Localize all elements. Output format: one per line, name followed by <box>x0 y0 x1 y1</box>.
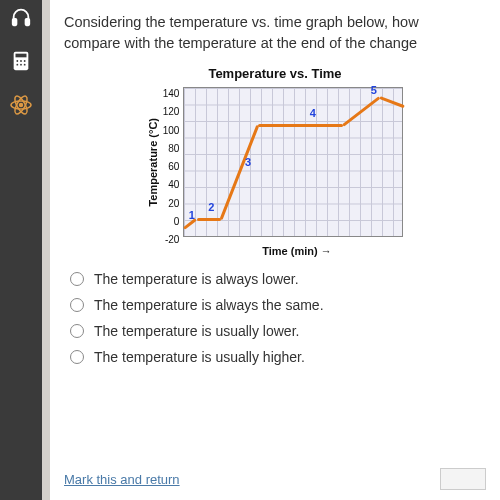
svg-point-9 <box>24 64 26 66</box>
options-group: The temperature is always lower. The tem… <box>70 271 486 365</box>
radio-icon[interactable] <box>70 298 84 312</box>
radio-icon[interactable] <box>70 272 84 286</box>
ylabel-box: Temperature (°C) <box>147 118 159 207</box>
sidebar <box>0 0 42 500</box>
y-ticks: 140 120 100 80 60 40 20 0 -20 <box>163 87 180 237</box>
svg-point-4 <box>16 60 18 62</box>
option-a[interactable]: The temperature is always lower. <box>70 271 486 287</box>
svg-point-13 <box>20 104 23 107</box>
option-d[interactable]: The temperature is usually higher. <box>70 349 486 365</box>
svg-point-8 <box>20 64 22 66</box>
option-c[interactable]: The temperature is usually lower. <box>70 323 486 339</box>
question-line1: Considering the temperature vs. time gra… <box>64 14 419 30</box>
point-label-2: 2 <box>208 201 214 213</box>
radio-icon[interactable] <box>70 350 84 364</box>
question-text: Considering the temperature vs. time gra… <box>64 12 486 54</box>
option-label: The temperature is usually lower. <box>94 323 299 339</box>
option-label: The temperature is usually higher. <box>94 349 305 365</box>
svg-point-5 <box>20 60 22 62</box>
plot-area: 12345 <box>183 87 403 237</box>
option-b[interactable]: The temperature is always the same. <box>70 297 486 313</box>
heating-curve-segment <box>342 96 380 127</box>
radio-icon[interactable] <box>70 324 84 338</box>
calculator-icon[interactable] <box>8 48 34 74</box>
chart-area: Temperature (°C) 140 120 100 80 60 40 20… <box>147 87 404 237</box>
point-label-5: 5 <box>371 84 377 96</box>
question-line2: compare with the temperature at the end … <box>64 35 417 51</box>
svg-rect-0 <box>13 19 17 25</box>
y-axis-label: Temperature (°C) <box>147 118 159 207</box>
svg-point-6 <box>24 60 26 62</box>
point-label-1: 1 <box>189 209 195 221</box>
svg-point-7 <box>16 64 18 66</box>
point-label-3: 3 <box>245 156 251 168</box>
footer-box[interactable] <box>440 468 486 490</box>
x-axis-label: Time (min) → <box>262 245 331 257</box>
heating-curve-segment <box>379 96 405 108</box>
heating-curve-segment <box>258 124 344 127</box>
atom-icon[interactable] <box>8 92 34 118</box>
svg-rect-1 <box>26 19 30 25</box>
chart-title: Temperature vs. Time <box>208 66 341 81</box>
chart: Temperature vs. Time Temperature (°C) 14… <box>64 66 486 257</box>
mark-return-link[interactable]: Mark this and return <box>64 472 180 487</box>
point-label-4: 4 <box>310 107 316 119</box>
headphones-icon[interactable] <box>8 4 34 30</box>
footer: Mark this and return <box>64 468 486 490</box>
option-label: The temperature is always the same. <box>94 297 324 313</box>
option-label: The temperature is always lower. <box>94 271 299 287</box>
heating-curve-segment <box>220 125 259 220</box>
svg-rect-3 <box>16 54 27 58</box>
content-panel: Considering the temperature vs. time gra… <box>50 0 500 500</box>
heating-curve-segment <box>197 218 221 221</box>
